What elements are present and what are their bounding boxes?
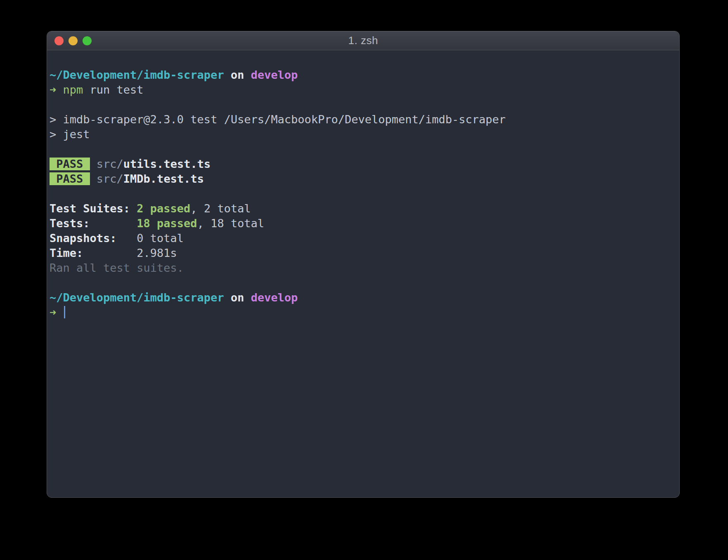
terminal-text-segment: , 18 total — [197, 217, 265, 230]
terminal-line — [50, 142, 677, 157]
terminal-text-segment: , 2 total — [190, 202, 251, 215]
terminal-line: ➜ npm run test — [50, 82, 677, 97]
terminal-line: ~/Development/imdb-scraper on develop — [50, 290, 677, 305]
terminal-line: ➜ — [50, 305, 677, 320]
terminal-text-segment: src/ — [97, 158, 123, 170]
terminal-text-segment: npm — [63, 83, 83, 96]
terminal-text-segment: Tests: — [50, 217, 137, 230]
terminal-text-segment: Time: — [50, 247, 137, 259]
terminal-line — [50, 97, 677, 112]
window-title: 1. zsh — [47, 31, 679, 50]
terminal-text-segment: Test Suites: — [50, 202, 137, 215]
terminal-line — [50, 275, 677, 290]
terminal-text-segment: ➜ — [50, 83, 63, 96]
terminal-text-segment — [244, 291, 251, 304]
terminal-text-segment: develop — [251, 68, 298, 81]
terminal-text-segment: run test — [83, 83, 143, 96]
terminal-line: PASS src/utils.test.ts — [50, 157, 677, 172]
terminal-text-segment: ➜ — [50, 306, 63, 319]
terminal-text-segment — [244, 68, 251, 81]
terminal-text-segment — [224, 291, 231, 304]
terminal-text-segment: ~/Development/imdb-scraper — [50, 291, 224, 304]
terminal-line: Snapshots: 0 total — [50, 231, 677, 246]
terminal-text-segment: src/ — [97, 172, 123, 185]
terminal-window[interactable]: 1. zsh ~/Development/imdb-scraper on dev… — [47, 31, 680, 498]
terminal-text-segment: develop — [251, 291, 298, 304]
terminal-text-segment: IMDb.test.ts — [123, 172, 204, 185]
window-title-bar[interactable]: 1. zsh — [47, 31, 679, 50]
pass-badge: PASS — [50, 158, 90, 170]
pass-badge: PASS — [50, 172, 90, 185]
terminal-text-segment: on — [231, 291, 244, 304]
terminal-cursor — [64, 306, 65, 318]
terminal-text-segment: 2 passed — [137, 202, 190, 215]
terminal-text-segment — [90, 172, 97, 185]
desktop-background: 1. zsh ~/Development/imdb-scraper on dev… — [0, 0, 728, 560]
terminal-line: Tests: 18 passed, 18 total — [50, 216, 677, 231]
terminal-line: > imdb-scraper@2.3.0 test /Users/Macbook… — [50, 112, 677, 127]
terminal-line: ~/Development/imdb-scraper on develop — [50, 68, 677, 82]
terminal-line — [50, 186, 677, 201]
terminal-content[interactable]: ~/Development/imdb-scraper on develop➜ n… — [47, 50, 679, 497]
terminal-line: Test Suites: 2 passed, 2 total — [50, 201, 677, 216]
terminal-text-segment: on — [231, 68, 244, 81]
terminal-text-segment — [224, 68, 231, 81]
terminal-text-segment: utils.test.ts — [123, 158, 210, 170]
terminal-text-segment: 18 passed — [137, 217, 197, 230]
terminal-text-segment: > jest — [50, 128, 90, 141]
terminal-line: > jest — [50, 127, 677, 142]
terminal-text-segment — [90, 158, 97, 170]
terminal-text-segment: 2.981s — [137, 247, 177, 259]
terminal-text-segment: > imdb-scraper@2.3.0 test /Users/Macbook… — [50, 113, 506, 126]
terminal-line: PASS src/IMDb.test.ts — [50, 172, 677, 186]
terminal-text-segment: ~/Development/imdb-scraper — [50, 68, 224, 81]
terminal-text-segment: Ran all test suites. — [50, 261, 184, 274]
terminal-line: Ran all test suites. — [50, 261, 677, 275]
terminal-text-segment: Snapshots: — [50, 232, 137, 245]
terminal-text-segment: 0 total — [137, 232, 184, 245]
terminal-line: Time: 2.981s — [50, 246, 677, 261]
